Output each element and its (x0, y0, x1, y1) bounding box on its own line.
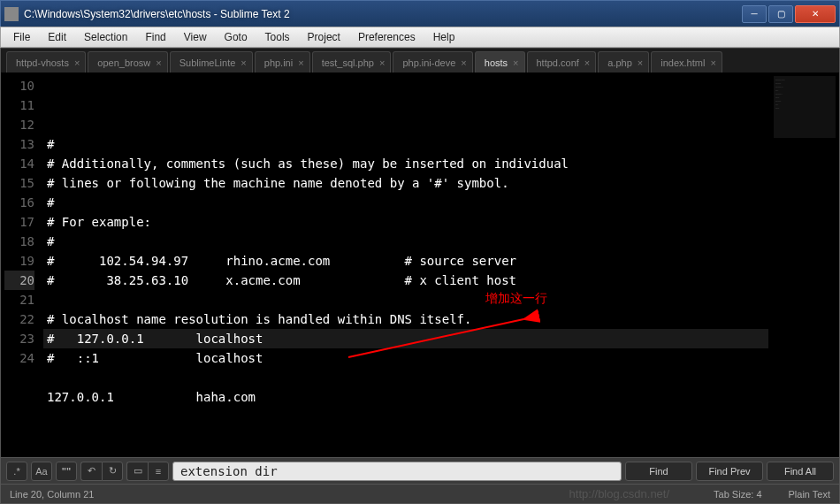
app-icon (4, 7, 19, 21)
tab-label: httpd-vhosts (16, 57, 69, 68)
tab-label: php.ini (264, 57, 293, 68)
close-icon[interactable]: × (156, 57, 161, 68)
window-title: C:\Windows\System32\drivers\etc\hosts - … (24, 8, 742, 20)
menu-goto[interactable]: Goto (216, 28, 256, 46)
tab-php-ini-deve[interactable]: php.ini-deve× (393, 51, 472, 73)
code-line[interactable]: # 102.54.94.97 rhino.acme.com # source s… (43, 251, 768, 271)
minimize-button[interactable]: ─ (742, 5, 767, 23)
menu-project[interactable]: Project (299, 28, 349, 46)
code-line[interactable]: # (43, 232, 768, 251)
code-line[interactable]: # 38.25.63.10 x.acme.com # x client host (43, 271, 768, 290)
tab-open-brosw[interactable]: open_brosw× (88, 51, 167, 73)
status-bar: Line 20, Column 21 http://blog.csdn.net/… (1, 484, 839, 503)
highlight-toggle[interactable]: ≡ (148, 462, 169, 481)
close-icon[interactable]: × (461, 57, 466, 68)
tab-label: httpd.conf (537, 57, 579, 68)
menu-bar: FileEditSelectionFindViewGotoToolsProjec… (0, 27, 840, 48)
cursor-position: Line 20, Column 21 (10, 489, 94, 500)
case-toggle[interactable]: Aa (31, 462, 52, 481)
reverse-toggle[interactable]: ↶ (80, 462, 102, 481)
menu-tools[interactable]: Tools (256, 28, 299, 46)
window-titlebar: C:\Windows\System32\drivers\etc\hosts - … (0, 0, 840, 27)
close-button[interactable]: ✕ (795, 5, 836, 23)
menu-help[interactable]: Help (424, 28, 464, 46)
close-icon[interactable]: × (638, 57, 643, 68)
in-selection-toggle[interactable]: ▭ (126, 462, 148, 481)
tab-index-html[interactable]: index.html× (651, 51, 722, 73)
code-line[interactable]: 127.0.0.1 haha.com (43, 387, 768, 407)
close-icon[interactable]: × (513, 57, 518, 68)
watermark: http://blog.csdn.net/ (569, 487, 669, 500)
tab-label: a.php (607, 57, 632, 68)
tab-label: SublimeLinte (179, 57, 236, 68)
maximize-button[interactable]: ▢ (768, 5, 793, 23)
close-icon[interactable]: × (710, 57, 715, 68)
tab-hosts[interactable]: hosts× (475, 51, 525, 73)
code-line[interactable]: # ::1 localhost (43, 348, 768, 368)
tab-php-ini[interactable]: php.ini× (255, 51, 310, 73)
find-prev-button[interactable]: Find Prev (696, 462, 763, 481)
whole-word-toggle[interactable]: "" (56, 462, 77, 481)
menu-preferences[interactable]: Preferences (349, 28, 424, 46)
code-line[interactable]: # 127.0.0.1 localhost (43, 329, 768, 348)
tab-httpd-vhosts[interactable]: httpd-vhosts× (6, 51, 86, 73)
annotation-text: 增加这一行 (485, 288, 547, 308)
code-line[interactable]: # (43, 193, 768, 212)
tab-size[interactable]: Tab Size: 4 (714, 489, 761, 500)
find-button[interactable]: Find (625, 462, 692, 481)
tab-label: open_brosw (97, 57, 150, 68)
wrap-toggle[interactable]: ↻ (102, 462, 123, 481)
code-line[interactable]: # Additionally, comments (such as these)… (43, 154, 768, 173)
tab-label: php.ini-deve (402, 57, 455, 68)
close-icon[interactable]: × (379, 57, 385, 68)
menu-find[interactable]: Find (136, 28, 174, 46)
tab-httpd-conf[interactable]: httpd.conf× (527, 51, 597, 73)
syntax-mode[interactable]: Plain Text (789, 489, 831, 500)
minimap[interactable]: ▪▪▪▪▪▪▪▪▪▪▪▪▪▪▪▪▪▪▪▪▪▪▪▪▪▪▪▪▪▪▪▪▪▪▪▪▪▪▪▪… (768, 73, 839, 457)
tab-sublimelinte[interactable]: SublimeLinte× (170, 51, 253, 73)
minimap-thumb: ▪▪▪▪▪▪▪▪▪▪▪▪▪▪▪▪▪▪▪▪▪▪▪▪▪▪▪▪▪▪▪▪▪▪▪▪▪▪▪▪… (774, 76, 836, 138)
code-line[interactable]: # lines or following the machine name de… (43, 173, 768, 193)
find-input[interactable] (172, 462, 622, 481)
line-gutter: 101112131415161718192021222324 (1, 73, 43, 457)
tab-strip: httpd-vhosts×open_brosw×SublimeLinte×php… (1, 48, 839, 73)
close-icon[interactable]: × (584, 57, 590, 68)
code-line[interactable]: # (43, 134, 768, 154)
editor[interactable]: 101112131415161718192021222324 ## Additi… (1, 73, 839, 457)
menu-view[interactable]: View (175, 28, 216, 46)
code-line[interactable] (43, 368, 768, 387)
tab-label: test_sql.php (322, 57, 374, 68)
close-icon[interactable]: × (298, 57, 303, 68)
tab-label: index.html (661, 57, 705, 68)
tab-label: hosts (485, 57, 508, 68)
close-icon[interactable]: × (74, 57, 80, 68)
close-icon[interactable]: × (241, 57, 246, 68)
code-line[interactable]: # localhost name resolution is handled w… (43, 309, 768, 329)
code-area[interactable]: ## Additionally, comments (such as these… (43, 73, 768, 457)
regex-toggle[interactable]: .* (6, 462, 27, 481)
code-line[interactable] (43, 407, 768, 426)
menu-edit[interactable]: Edit (39, 28, 75, 46)
tab-test-sql-php[interactable]: test_sql.php× (312, 51, 392, 73)
tab-a-php[interactable]: a.php× (598, 51, 649, 73)
find-bar: .* Aa "" ↶ ↻ ▭ ≡ Find Find Prev Find All (1, 457, 839, 484)
code-line[interactable] (43, 290, 768, 309)
menu-file[interactable]: File (4, 28, 39, 46)
code-line[interactable]: # For example: (43, 212, 768, 232)
menu-selection[interactable]: Selection (75, 28, 136, 46)
find-all-button[interactable]: Find All (767, 462, 834, 481)
